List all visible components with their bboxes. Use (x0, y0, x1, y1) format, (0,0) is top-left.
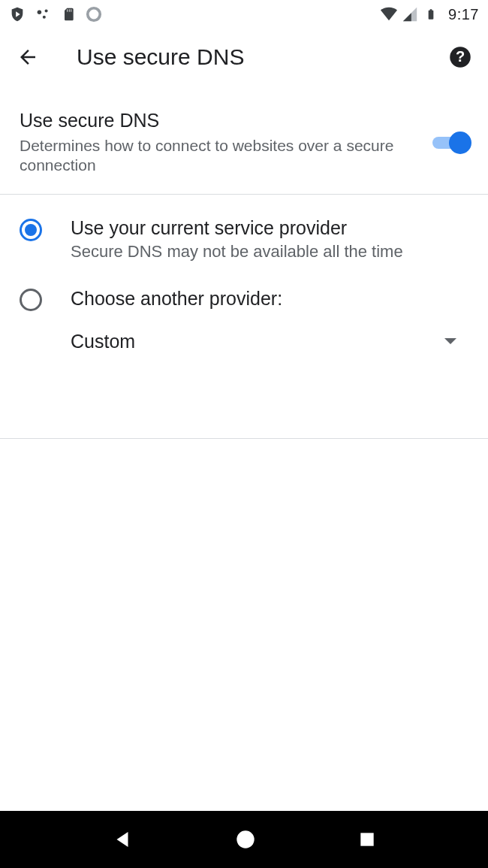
svg-point-3 (88, 8, 101, 21)
svg-point-0 (38, 11, 42, 15)
provider-options: Use your current service provider Secure… (0, 195, 488, 438)
status-right: 9:17 (381, 6, 479, 23)
option-subtitle: Secure DNS may not be available all the … (71, 242, 403, 262)
status-left (9, 6, 102, 23)
svg-text:?: ? (456, 48, 465, 65)
page-title: Use secure DNS (77, 44, 449, 70)
radio-unselected-icon (20, 289, 42, 311)
svg-point-2 (43, 16, 46, 19)
shield-play-icon (9, 6, 26, 23)
provider-dropdown[interactable]: Custom (71, 317, 456, 366)
navigation-bar (0, 811, 488, 868)
status-bar: 9:17 (0, 0, 488, 29)
chevron-down-icon (444, 338, 456, 344)
preference-subtitle: Determines how to connect to websites ov… (20, 136, 402, 176)
help-button[interactable]: ? (449, 46, 471, 68)
nav-recent-button[interactable] (357, 830, 377, 849)
secure-dns-preference[interactable]: Use secure DNS Determines how to connect… (0, 86, 488, 194)
status-time: 9:17 (448, 6, 479, 23)
wifi-icon (381, 6, 397, 23)
sd-card-icon (60, 6, 77, 23)
app-bar: Use secure DNS ? (0, 29, 488, 86)
nav-back-button[interactable] (111, 828, 134, 851)
option-choose-provider[interactable]: Choose another provider: (0, 269, 488, 317)
battery-icon (423, 6, 439, 23)
svg-point-1 (45, 9, 48, 12)
secure-dns-toggle[interactable] (432, 132, 468, 154)
content: Use secure DNS Determines how to connect… (0, 86, 488, 811)
nav-home-button[interactable] (235, 829, 256, 850)
signal-icon (402, 6, 418, 23)
radio-selected-icon (20, 219, 42, 241)
dots-icon (35, 6, 51, 23)
divider (0, 438, 488, 439)
circle-icon (86, 6, 102, 23)
option-title: Choose another provider: (71, 288, 282, 310)
dropdown-selected-label: Custom (71, 331, 444, 352)
svg-point-6 (236, 830, 254, 848)
option-current-provider[interactable]: Use your current service provider Secure… (0, 210, 488, 269)
back-button[interactable] (17, 46, 39, 68)
svg-rect-7 (361, 833, 374, 845)
option-title: Use your current service provider (71, 217, 403, 239)
preference-title: Use secure DNS (20, 110, 402, 132)
